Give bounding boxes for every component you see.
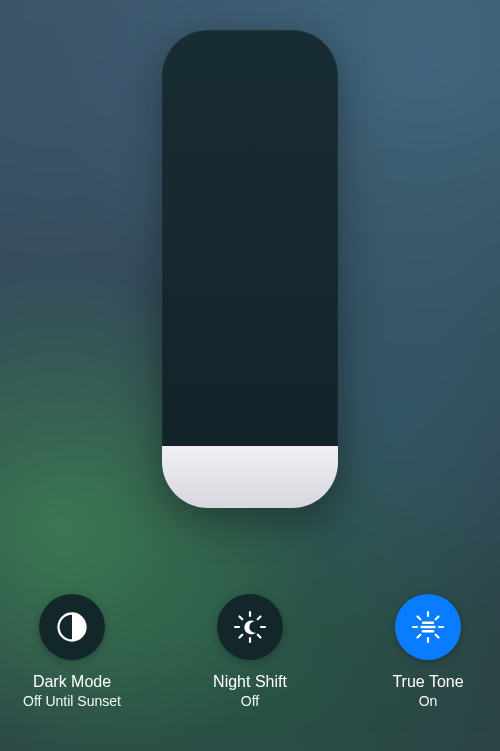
night-shift-title: Night Shift	[213, 674, 287, 691]
true-tone-subtitle: On	[419, 693, 438, 709]
brightness-slider[interactable]	[162, 30, 338, 508]
dark-mode-button[interactable]	[39, 594, 105, 660]
night-shift-icon	[232, 609, 268, 645]
display-toggle-row: Dark Mode Off Until Sunset	[0, 594, 500, 709]
dark-mode-subtitle: Off Until Sunset	[23, 693, 121, 709]
brightness-slider-fill	[162, 446, 338, 508]
night-shift-subtitle: Off	[241, 693, 259, 709]
dark-mode-toggle: Dark Mode Off Until Sunset	[12, 594, 132, 709]
svg-line-5	[240, 617, 243, 620]
svg-line-8	[240, 635, 243, 638]
svg-line-16	[418, 635, 421, 638]
night-shift-button[interactable]	[217, 594, 283, 660]
svg-line-13	[418, 617, 421, 620]
night-shift-toggle: Night Shift Off	[190, 594, 310, 709]
svg-line-14	[436, 635, 439, 638]
svg-line-6	[258, 635, 261, 638]
true-tone-toggle: True Tone On	[368, 594, 488, 709]
svg-line-7	[258, 617, 261, 620]
dark-mode-icon	[55, 610, 89, 644]
true-tone-title: True Tone	[392, 674, 463, 691]
svg-line-15	[436, 617, 439, 620]
dark-mode-title: Dark Mode	[33, 674, 111, 691]
true-tone-button[interactable]	[395, 594, 461, 660]
true-tone-icon	[410, 609, 446, 645]
